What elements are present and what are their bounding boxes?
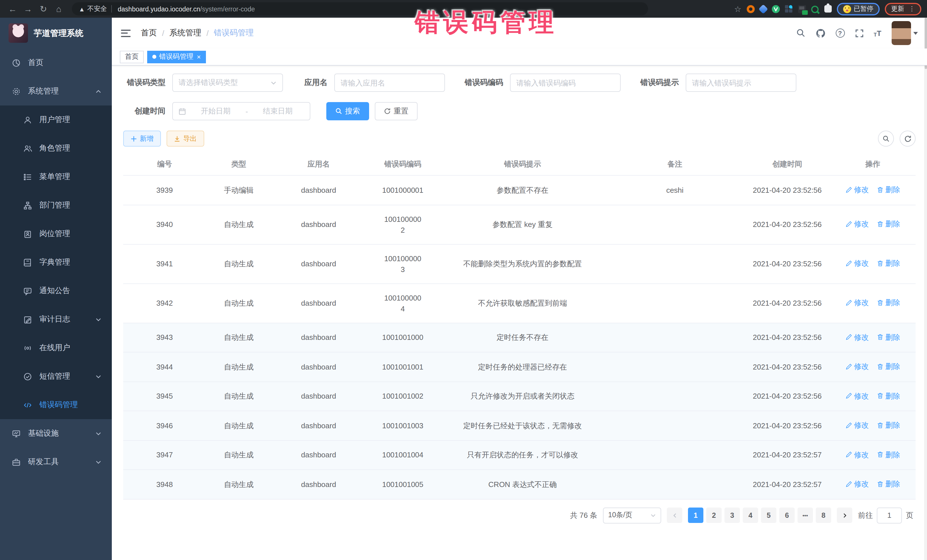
- users-icon: [23, 144, 32, 153]
- scrollbar[interactable]: [924, 18, 927, 560]
- error-hint-input[interactable]: [692, 78, 790, 87]
- extension-icon-green[interactable]: [772, 5, 780, 13]
- sidebar-item-dict-management[interactable]: 字典管理: [0, 248, 112, 276]
- breadcrumb-home[interactable]: 首页: [141, 28, 157, 38]
- edit-link[interactable]: 修改: [845, 449, 869, 460]
- sidebar-item-dept-management[interactable]: 部门管理: [0, 191, 112, 220]
- export-button[interactable]: 导出: [167, 131, 204, 147]
- delete-link[interactable]: 删除: [877, 219, 900, 229]
- create-time-range-picker[interactable]: 开始日期 - 结束日期: [172, 102, 310, 120]
- delete-link[interactable]: 删除: [877, 390, 900, 401]
- hamburger-icon[interactable]: [121, 29, 131, 37]
- breadcrumb-system[interactable]: 系统管理: [169, 28, 201, 38]
- user-menu[interactable]: [892, 21, 918, 45]
- sidebar-item-menu-management[interactable]: 菜单管理: [0, 162, 112, 191]
- goto-page-input[interactable]: [877, 507, 902, 523]
- edit-link[interactable]: 修改: [845, 420, 869, 431]
- error-code-input[interactable]: [516, 78, 614, 87]
- app-logo-row[interactable]: 芋道管理系统: [0, 18, 112, 49]
- reset-button[interactable]: 重置: [375, 102, 418, 120]
- close-icon[interactable]: ×: [197, 53, 201, 60]
- search-button[interactable]: 搜索: [326, 102, 369, 120]
- extensions-puzzle-icon[interactable]: [824, 5, 831, 12]
- delete-link[interactable]: 删除: [877, 184, 900, 195]
- sidebar-item-online-user[interactable]: 在线用户: [0, 334, 112, 362]
- sidebar-item-role-management[interactable]: 角色管理: [0, 134, 112, 162]
- app-title: 芋道管理系统: [33, 28, 83, 38]
- back-icon[interactable]: ←: [6, 2, 20, 16]
- page-size-select[interactable]: 10条/页: [603, 507, 661, 523]
- address-bar[interactable]: ▲ 不安全 dashboard.yudao.iocoder.cn/system/…: [72, 2, 648, 15]
- page-button-1[interactable]: 1: [688, 508, 704, 523]
- add-button[interactable]: 新增: [123, 131, 161, 147]
- sidebar-item-error-code-management[interactable]: 错误码管理: [0, 391, 112, 419]
- edit-icon: [845, 392, 852, 399]
- refresh-button[interactable]: [900, 131, 916, 147]
- reload-icon[interactable]: ↻: [36, 2, 50, 16]
- sidebar-item-user-management[interactable]: 用户管理: [0, 106, 112, 134]
- more-pages-button[interactable]: •••: [798, 508, 813, 523]
- page-button-4[interactable]: 4: [743, 508, 758, 523]
- page-button-5[interactable]: 5: [761, 508, 777, 523]
- page-button-2[interactable]: 2: [706, 508, 722, 523]
- sidebar-item-system-management[interactable]: 系统管理: [0, 77, 112, 106]
- edit-link[interactable]: 修改: [845, 361, 869, 372]
- edit-link[interactable]: 修改: [845, 219, 869, 229]
- tag-item[interactable]: 首页: [120, 50, 144, 63]
- cell: 3946: [123, 411, 206, 440]
- search-icon[interactable]: [796, 29, 805, 38]
- font-size-icon[interactable]: TT: [874, 29, 881, 37]
- edit-link[interactable]: 修改: [845, 258, 869, 269]
- edit-icon: [845, 422, 852, 428]
- filter-row-1: 错误码类型 请选择错误码类型 应用名 错误码编码: [123, 74, 916, 92]
- bookmark-star-icon[interactable]: ☆: [734, 4, 741, 14]
- kebab-menu-icon[interactable]: ⋮: [909, 5, 915, 12]
- extension-icon-key[interactable]: [811, 5, 819, 13]
- cell: [605, 205, 745, 244]
- page-button-3[interactable]: 3: [725, 508, 740, 523]
- forward-icon[interactable]: →: [21, 2, 35, 16]
- sidebar-item-post-management[interactable]: 岗位管理: [0, 220, 112, 248]
- edit-link[interactable]: 修改: [845, 390, 869, 401]
- edit-link[interactable]: 修改: [845, 184, 869, 195]
- filter-label-error-hint: 错误码提示: [637, 77, 686, 88]
- page-button-6[interactable]: 6: [779, 508, 795, 523]
- edit-link[interactable]: 修改: [845, 332, 869, 343]
- edit-link[interactable]: 修改: [845, 297, 869, 308]
- edit-link[interactable]: 修改: [845, 478, 869, 489]
- page-button-8[interactable]: 8: [816, 508, 831, 523]
- chevron-down-icon: [95, 316, 102, 322]
- delete-link[interactable]: 删除: [877, 420, 900, 431]
- app-name-input[interactable]: [340, 78, 439, 87]
- help-icon[interactable]: ?: [836, 29, 845, 38]
- delete-link[interactable]: 删除: [877, 332, 900, 343]
- sidebar-item-notice[interactable]: 通知公告: [0, 276, 112, 305]
- sidebar-item-home[interactable]: 首页: [0, 49, 112, 77]
- sidebar-item-dev-tools[interactable]: 研发工具: [0, 448, 112, 476]
- delete-link[interactable]: 删除: [877, 478, 900, 489]
- delete-link[interactable]: 删除: [877, 258, 900, 269]
- browser-update-button[interactable]: 更新 ⋮: [885, 3, 921, 15]
- extension-icon-orange[interactable]: [746, 5, 754, 13]
- extension-icon-grid[interactable]: [785, 5, 793, 13]
- table-row: 3944自动生成dashboard1001001001定时任务的处理器已经存在2…: [123, 352, 916, 381]
- filter-label-error-code: 错误码编码: [461, 77, 510, 88]
- github-icon[interactable]: [816, 28, 825, 38]
- extension-icon-gem[interactable]: [758, 4, 768, 14]
- delete-link[interactable]: 删除: [877, 449, 900, 460]
- security-label[interactable]: 不安全: [87, 5, 107, 13]
- sidebar-item-infrastructure[interactable]: 基础设施: [0, 419, 112, 448]
- extension-icon-on-badge[interactable]: [798, 5, 806, 13]
- sidebar-item-audit-log[interactable]: 审计日志: [0, 305, 112, 334]
- home-icon[interactable]: ⌂: [52, 2, 65, 16]
- profile-sync-paused-badge[interactable]: 已暂停: [837, 3, 880, 15]
- delete-link[interactable]: 删除: [877, 361, 900, 372]
- prev-page-button[interactable]: [667, 508, 682, 523]
- tag-active[interactable]: 错误码管理×: [147, 50, 206, 63]
- delete-link[interactable]: 删除: [877, 297, 900, 308]
- toggle-search-button[interactable]: [878, 131, 894, 147]
- sidebar-item-sms-management[interactable]: 短信管理: [0, 362, 112, 391]
- fullscreen-icon[interactable]: [855, 29, 863, 37]
- next-page-button[interactable]: [837, 508, 852, 523]
- error-type-select[interactable]: 请选择错误码类型: [172, 74, 283, 92]
